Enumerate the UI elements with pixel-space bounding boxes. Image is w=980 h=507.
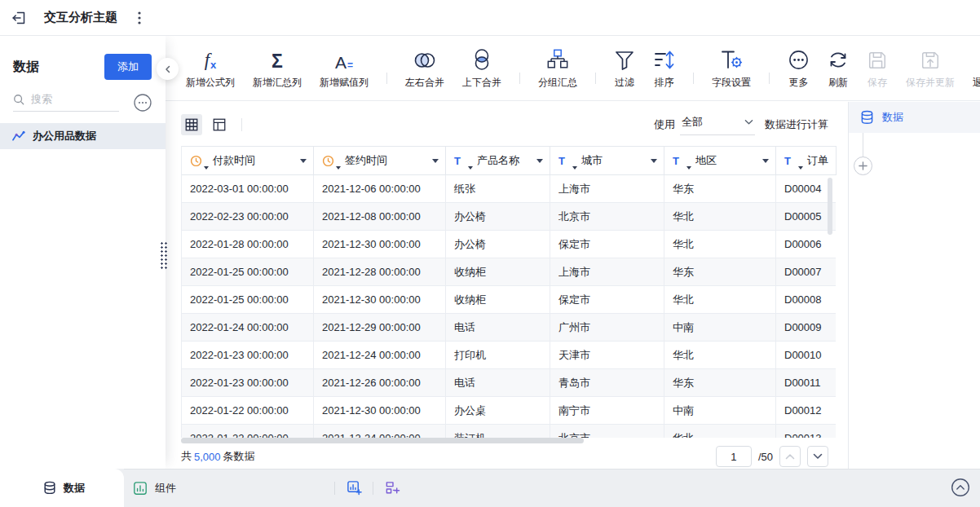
column-dropdown-caret[interactable] bbox=[651, 159, 657, 163]
panel-view-toggle[interactable] bbox=[209, 114, 230, 135]
pagination: /50 bbox=[716, 446, 828, 467]
bottom-bar-divider bbox=[334, 482, 335, 495]
table-cell: 华东 bbox=[664, 175, 776, 203]
toolbar-field-settings[interactable]: 字段设置 bbox=[703, 46, 760, 90]
toolbar-merge-top-bottom[interactable]: 上下合并 bbox=[453, 46, 510, 90]
search-input[interactable] bbox=[31, 93, 113, 105]
toolbar-add-formula-column[interactable]: fx 新增公式列 bbox=[177, 46, 244, 90]
toolbar-sort[interactable]: 排序 bbox=[644, 46, 684, 90]
exit-back-icon[interactable] bbox=[7, 6, 31, 30]
toolbar-add-assign-column[interactable]: A= 新增赋值列 bbox=[311, 46, 377, 90]
page-down-button[interactable] bbox=[807, 446, 828, 467]
venn-vertical-icon bbox=[470, 46, 493, 71]
text-type-icon: T bbox=[784, 154, 800, 167]
table-cell: 华北 bbox=[664, 425, 776, 438]
add-chart-icon bbox=[347, 480, 362, 496]
table-cell: 2021-12-28 00:00:00 bbox=[314, 258, 446, 286]
table-cell: D00006 bbox=[776, 231, 836, 258]
column-header-2[interactable]: 签约时间 bbox=[314, 146, 446, 175]
search-icon bbox=[13, 94, 24, 105]
table-cell: 南宁市 bbox=[550, 397, 664, 425]
table-cell: 2021-12-24 00:00:00 bbox=[314, 425, 446, 438]
toolbar-group-summary[interactable]: 分组汇总 bbox=[529, 46, 586, 90]
table-cell: 华北 bbox=[664, 231, 776, 258]
table-cell: 华北 bbox=[664, 342, 776, 369]
flow-root-label: 数据 bbox=[882, 110, 903, 125]
table-cell: 2022-02-23 00:00:00 bbox=[182, 203, 314, 231]
column-dropdown-caret[interactable] bbox=[536, 159, 543, 163]
venn-horizontal-icon bbox=[412, 46, 438, 71]
sidebar-resize-handle[interactable] bbox=[160, 241, 168, 269]
chevron-up-icon bbox=[785, 453, 795, 460]
column-dropdown-caret[interactable] bbox=[432, 159, 439, 163]
search-field[interactable] bbox=[13, 93, 119, 112]
add-chart-component-button[interactable] bbox=[342, 476, 366, 500]
top-bar: 交互分析主题 bbox=[0, 0, 980, 36]
table-cell: 上海市 bbox=[550, 175, 664, 203]
toolbar-more[interactable]: 更多 bbox=[779, 46, 819, 90]
table-cell: D00007 bbox=[776, 258, 836, 286]
table-cell: 2022-01-24 00:00:00 bbox=[182, 314, 314, 342]
kebab-menu-icon[interactable] bbox=[130, 9, 148, 27]
more-ellipsis-icon bbox=[788, 46, 810, 71]
column-dropdown-caret[interactable] bbox=[300, 159, 307, 163]
column-header-3[interactable]: T产品名称 bbox=[446, 146, 550, 175]
table-cell: 天津市 bbox=[550, 342, 664, 369]
collapse-panel-button[interactable] bbox=[951, 478, 970, 497]
toolbar-filter[interactable]: 过滤 bbox=[605, 46, 644, 90]
date-type-icon bbox=[322, 154, 338, 167]
page-title: 交互分析主题 bbox=[44, 10, 117, 25]
table-cell: 办公桌 bbox=[446, 397, 550, 425]
horizontal-scrollbar-thumb[interactable] bbox=[181, 438, 584, 443]
table-row: 2022-03-01 00:00:002021-12-06 00:00:00纸张… bbox=[182, 175, 836, 203]
sort-icon bbox=[653, 46, 675, 71]
search-more-icon[interactable] bbox=[134, 94, 152, 112]
table-row: 2022-01-22 00:00:002021-12-30 00:00:00办公… bbox=[182, 397, 836, 425]
table-cell: 保定市 bbox=[550, 231, 664, 258]
grid-view-toggle[interactable] bbox=[181, 114, 202, 135]
trend-line-icon bbox=[11, 130, 25, 143]
table-cell: 中南 bbox=[664, 314, 776, 342]
add-step-button[interactable] bbox=[854, 157, 872, 175]
toolbar-exit-edit-clipped[interactable]: 退 bbox=[964, 46, 980, 90]
add-dashboard-button[interactable] bbox=[380, 476, 404, 500]
database-icon bbox=[43, 481, 56, 495]
total-prefix: 共 bbox=[181, 449, 192, 464]
table-cell: 2022-03-01 00:00:00 bbox=[182, 175, 314, 203]
page-total: /50 bbox=[758, 451, 773, 463]
sidebar-item-dataset[interactable]: 办公用品数据 bbox=[0, 123, 166, 149]
tab-component[interactable]: 组件 bbox=[133, 469, 176, 507]
table-cell: D00008 bbox=[776, 286, 836, 314]
table-row: 2022-01-23 00:00:002021-12-24 00:00:00打印… bbox=[182, 342, 836, 369]
column-dropdown-caret[interactable] bbox=[762, 159, 769, 163]
data-table: 付款时间签约时间T产品名称T城市T地区T订单 2022-03-01 00:00:… bbox=[181, 146, 836, 438]
table-cell: 纸张 bbox=[446, 175, 550, 203]
text-type-icon: T bbox=[454, 154, 470, 167]
toolbar-refresh[interactable]: 刷新 bbox=[819, 46, 858, 90]
assign-value-icon: A= bbox=[335, 46, 353, 71]
text-type-icon: T bbox=[673, 154, 688, 167]
toolbar-add-summary-column[interactable]: Σ 新增汇总列 bbox=[244, 46, 311, 90]
table-cell: 2021-12-30 00:00:00 bbox=[314, 231, 446, 258]
toolbar-merge-left-right[interactable]: 左右合并 bbox=[396, 46, 453, 90]
vertical-scrollbar-thumb[interactable] bbox=[828, 178, 832, 235]
page-number-input[interactable] bbox=[716, 446, 752, 467]
column-header-5[interactable]: T地区 bbox=[664, 146, 776, 175]
add-data-button[interactable]: 添加 bbox=[104, 54, 152, 80]
tab-data[interactable]: 数据 bbox=[0, 469, 124, 507]
flow-root-node[interactable]: 数据 bbox=[849, 102, 980, 133]
column-header-6[interactable]: T订单 bbox=[776, 146, 837, 175]
usage-scope-select[interactable]: 全部 bbox=[680, 113, 755, 135]
sidebar-collapse-button[interactable] bbox=[157, 58, 179, 80]
refresh-icon bbox=[828, 46, 849, 71]
column-header-4[interactable]: T城市 bbox=[550, 146, 664, 175]
table-cell: 华东 bbox=[664, 258, 776, 286]
toolbar-save-and-update[interactable]: 保存并更新 bbox=[897, 46, 964, 90]
toolbar-divider bbox=[769, 73, 770, 84]
column-header-1[interactable]: 付款时间 bbox=[182, 146, 314, 175]
page-up-button[interactable] bbox=[779, 446, 801, 467]
date-type-icon bbox=[190, 154, 205, 167]
table-cell: D00013 bbox=[776, 425, 836, 438]
toolbar-save[interactable]: 保存 bbox=[858, 46, 897, 90]
flow-connector bbox=[863, 133, 863, 157]
